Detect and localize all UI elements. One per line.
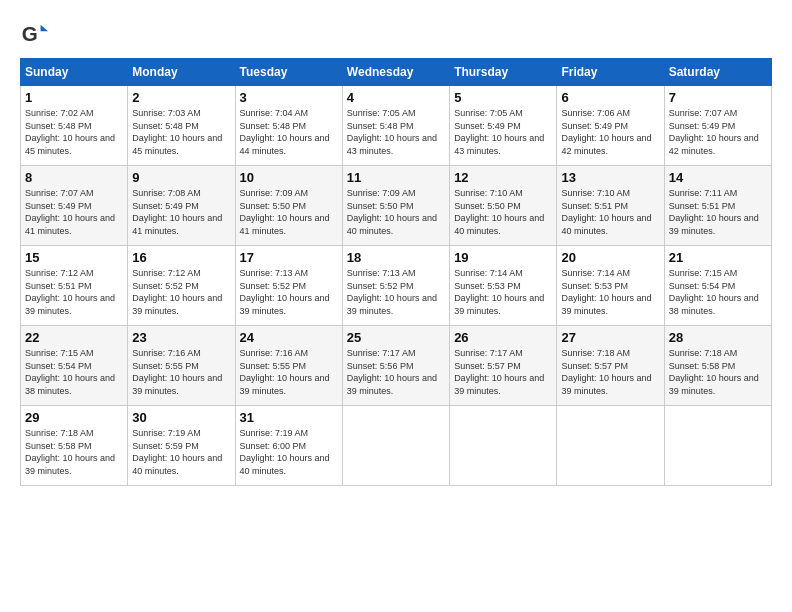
day-number: 22 [25,330,123,345]
calendar-cell: 30 Sunrise: 7:19 AM Sunset: 5:59 PM Dayl… [128,406,235,486]
day-number: 31 [240,410,338,425]
calendar-cell: 2 Sunrise: 7:03 AM Sunset: 5:48 PM Dayli… [128,86,235,166]
calendar-cell: 23 Sunrise: 7:16 AM Sunset: 5:55 PM Dayl… [128,326,235,406]
day-info: Sunrise: 7:02 AM Sunset: 5:48 PM Dayligh… [25,107,123,157]
calendar-cell: 4 Sunrise: 7:05 AM Sunset: 5:48 PM Dayli… [342,86,449,166]
day-number: 8 [25,170,123,185]
calendar-cell: 27 Sunrise: 7:18 AM Sunset: 5:57 PM Dayl… [557,326,664,406]
day-number: 4 [347,90,445,105]
calendar-table: SundayMondayTuesdayWednesdayThursdayFrid… [20,58,772,486]
svg-marker-1 [41,25,48,32]
day-header-friday: Friday [557,59,664,86]
day-info: Sunrise: 7:09 AM Sunset: 5:50 PM Dayligh… [240,187,338,237]
day-number: 24 [240,330,338,345]
day-number: 16 [132,250,230,265]
calendar-cell: 24 Sunrise: 7:16 AM Sunset: 5:55 PM Dayl… [235,326,342,406]
day-info: Sunrise: 7:16 AM Sunset: 5:55 PM Dayligh… [240,347,338,397]
calendar-cell [342,406,449,486]
day-info: Sunrise: 7:18 AM Sunset: 5:58 PM Dayligh… [25,427,123,477]
day-header-sunday: Sunday [21,59,128,86]
day-info: Sunrise: 7:12 AM Sunset: 5:51 PM Dayligh… [25,267,123,317]
day-number: 13 [561,170,659,185]
day-info: Sunrise: 7:15 AM Sunset: 5:54 PM Dayligh… [25,347,123,397]
day-info: Sunrise: 7:18 AM Sunset: 5:58 PM Dayligh… [669,347,767,397]
day-number: 14 [669,170,767,185]
day-info: Sunrise: 7:09 AM Sunset: 5:50 PM Dayligh… [347,187,445,237]
logo: G [20,20,52,48]
day-number: 1 [25,90,123,105]
day-number: 6 [561,90,659,105]
day-info: Sunrise: 7:05 AM Sunset: 5:48 PM Dayligh… [347,107,445,157]
calendar-cell: 3 Sunrise: 7:04 AM Sunset: 5:48 PM Dayli… [235,86,342,166]
day-number: 17 [240,250,338,265]
day-header-saturday: Saturday [664,59,771,86]
calendar-cell: 11 Sunrise: 7:09 AM Sunset: 5:50 PM Dayl… [342,166,449,246]
calendar-cell: 7 Sunrise: 7:07 AM Sunset: 5:49 PM Dayli… [664,86,771,166]
logo-icon: G [20,20,48,48]
calendar-cell [664,406,771,486]
calendar-cell: 1 Sunrise: 7:02 AM Sunset: 5:48 PM Dayli… [21,86,128,166]
day-info: Sunrise: 7:03 AM Sunset: 5:48 PM Dayligh… [132,107,230,157]
day-info: Sunrise: 7:17 AM Sunset: 5:56 PM Dayligh… [347,347,445,397]
day-number: 10 [240,170,338,185]
calendar-cell: 9 Sunrise: 7:08 AM Sunset: 5:49 PM Dayli… [128,166,235,246]
day-number: 11 [347,170,445,185]
day-info: Sunrise: 7:17 AM Sunset: 5:57 PM Dayligh… [454,347,552,397]
day-number: 23 [132,330,230,345]
day-info: Sunrise: 7:19 AM Sunset: 6:00 PM Dayligh… [240,427,338,477]
calendar-cell [450,406,557,486]
calendar-cell [557,406,664,486]
day-header-monday: Monday [128,59,235,86]
day-info: Sunrise: 7:07 AM Sunset: 5:49 PM Dayligh… [25,187,123,237]
day-number: 28 [669,330,767,345]
calendar-cell: 29 Sunrise: 7:18 AM Sunset: 5:58 PM Dayl… [21,406,128,486]
day-number: 30 [132,410,230,425]
day-info: Sunrise: 7:13 AM Sunset: 5:52 PM Dayligh… [347,267,445,317]
day-number: 27 [561,330,659,345]
calendar-cell: 22 Sunrise: 7:15 AM Sunset: 5:54 PM Dayl… [21,326,128,406]
day-number: 2 [132,90,230,105]
day-info: Sunrise: 7:07 AM Sunset: 5:49 PM Dayligh… [669,107,767,157]
day-info: Sunrise: 7:04 AM Sunset: 5:48 PM Dayligh… [240,107,338,157]
day-number: 26 [454,330,552,345]
day-number: 5 [454,90,552,105]
calendar-cell: 15 Sunrise: 7:12 AM Sunset: 5:51 PM Dayl… [21,246,128,326]
calendar-cell: 10 Sunrise: 7:09 AM Sunset: 5:50 PM Dayl… [235,166,342,246]
calendar-cell: 6 Sunrise: 7:06 AM Sunset: 5:49 PM Dayli… [557,86,664,166]
day-number: 18 [347,250,445,265]
day-number: 29 [25,410,123,425]
day-info: Sunrise: 7:06 AM Sunset: 5:49 PM Dayligh… [561,107,659,157]
svg-text:G: G [22,22,38,45]
calendar-cell: 5 Sunrise: 7:05 AM Sunset: 5:49 PM Dayli… [450,86,557,166]
day-number: 9 [132,170,230,185]
day-info: Sunrise: 7:14 AM Sunset: 5:53 PM Dayligh… [454,267,552,317]
day-info: Sunrise: 7:16 AM Sunset: 5:55 PM Dayligh… [132,347,230,397]
day-info: Sunrise: 7:14 AM Sunset: 5:53 PM Dayligh… [561,267,659,317]
day-number: 15 [25,250,123,265]
calendar-cell: 19 Sunrise: 7:14 AM Sunset: 5:53 PM Dayl… [450,246,557,326]
calendar-cell: 13 Sunrise: 7:10 AM Sunset: 5:51 PM Dayl… [557,166,664,246]
calendar-cell: 12 Sunrise: 7:10 AM Sunset: 5:50 PM Dayl… [450,166,557,246]
header: G [20,20,772,48]
day-number: 7 [669,90,767,105]
day-info: Sunrise: 7:18 AM Sunset: 5:57 PM Dayligh… [561,347,659,397]
calendar-cell: 14 Sunrise: 7:11 AM Sunset: 5:51 PM Dayl… [664,166,771,246]
calendar-cell: 31 Sunrise: 7:19 AM Sunset: 6:00 PM Dayl… [235,406,342,486]
calendar-cell: 25 Sunrise: 7:17 AM Sunset: 5:56 PM Dayl… [342,326,449,406]
calendar-cell: 16 Sunrise: 7:12 AM Sunset: 5:52 PM Dayl… [128,246,235,326]
day-number: 25 [347,330,445,345]
day-header-wednesday: Wednesday [342,59,449,86]
calendar-cell: 28 Sunrise: 7:18 AM Sunset: 5:58 PM Dayl… [664,326,771,406]
day-info: Sunrise: 7:19 AM Sunset: 5:59 PM Dayligh… [132,427,230,477]
day-info: Sunrise: 7:13 AM Sunset: 5:52 PM Dayligh… [240,267,338,317]
day-number: 20 [561,250,659,265]
day-number: 12 [454,170,552,185]
calendar-cell: 21 Sunrise: 7:15 AM Sunset: 5:54 PM Dayl… [664,246,771,326]
day-info: Sunrise: 7:10 AM Sunset: 5:50 PM Dayligh… [454,187,552,237]
day-header-thursday: Thursday [450,59,557,86]
day-info: Sunrise: 7:08 AM Sunset: 5:49 PM Dayligh… [132,187,230,237]
day-info: Sunrise: 7:10 AM Sunset: 5:51 PM Dayligh… [561,187,659,237]
calendar-cell: 26 Sunrise: 7:17 AM Sunset: 5:57 PM Dayl… [450,326,557,406]
day-header-tuesday: Tuesday [235,59,342,86]
calendar-cell: 20 Sunrise: 7:14 AM Sunset: 5:53 PM Dayl… [557,246,664,326]
